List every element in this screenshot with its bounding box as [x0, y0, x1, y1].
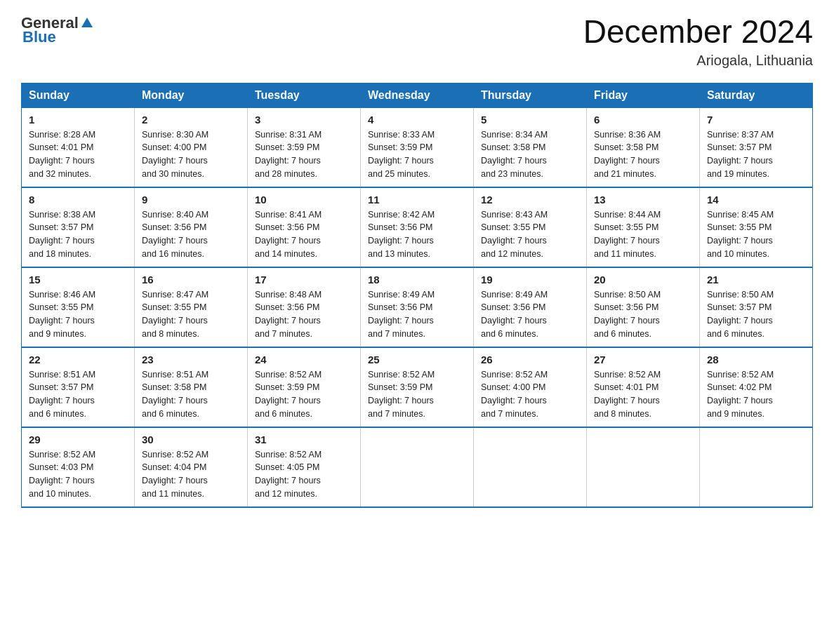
day-info: Sunrise: 8:51 AMSunset: 3:57 PMDaylight:… — [29, 370, 95, 419]
day-number: 25 — [368, 354, 466, 365]
day-info: Sunrise: 8:52 AMSunset: 3:59 PMDaylight:… — [368, 370, 435, 419]
calendar-cell-17: 17 Sunrise: 8:48 AMSunset: 3:56 PMDaylig… — [248, 267, 361, 347]
calendar-cell-empty — [474, 427, 587, 507]
calendar-cell-26: 26 Sunrise: 8:52 AMSunset: 4:00 PMDaylig… — [474, 347, 587, 427]
header-thursday: Thursday — [474, 83, 587, 107]
calendar-cell-1: 1 Sunrise: 8:28 AMSunset: 4:01 PMDayligh… — [22, 107, 135, 187]
day-number: 27 — [594, 354, 692, 365]
day-info: Sunrise: 8:31 AMSunset: 3:59 PMDaylight:… — [255, 130, 322, 179]
calendar-cell-19: 19 Sunrise: 8:49 AMSunset: 3:56 PMDaylig… — [474, 267, 587, 347]
day-info: Sunrise: 8:46 AMSunset: 3:55 PMDaylight:… — [29, 290, 95, 339]
calendar-cell-empty — [361, 427, 474, 507]
calendar-cell-13: 13 Sunrise: 8:44 AMSunset: 3:55 PMDaylig… — [587, 187, 700, 267]
calendar-week-row: 29 Sunrise: 8:52 AMSunset: 4:03 PMDaylig… — [22, 427, 813, 507]
calendar-cell-23: 23 Sunrise: 8:51 AMSunset: 3:58 PMDaylig… — [135, 347, 248, 427]
day-info: Sunrise: 8:52 AMSunset: 3:59 PMDaylight:… — [255, 370, 322, 419]
calendar-cell-29: 29 Sunrise: 8:52 AMSunset: 4:03 PMDaylig… — [22, 427, 135, 507]
day-info: Sunrise: 8:50 AMSunset: 3:56 PMDaylight:… — [594, 290, 661, 339]
day-number: 13 — [594, 194, 692, 206]
day-number: 31 — [255, 434, 353, 445]
calendar-cell-14: 14 Sunrise: 8:45 AMSunset: 3:55 PMDaylig… — [700, 187, 813, 267]
day-number: 14 — [707, 194, 805, 206]
page-header: General Blue December 2024 Ariogala, Lit… — [21, 14, 813, 69]
day-number: 7 — [707, 114, 805, 126]
day-info: Sunrise: 8:52 AMSunset: 4:03 PMDaylight:… — [29, 450, 95, 499]
calendar-cell-3: 3 Sunrise: 8:31 AMSunset: 3:59 PMDayligh… — [248, 107, 361, 187]
header-monday: Monday — [135, 83, 248, 107]
calendar-cell-empty — [587, 427, 700, 507]
month-title: December 2024 — [583, 14, 813, 50]
day-number: 11 — [368, 194, 466, 206]
day-number: 17 — [255, 274, 353, 286]
day-number: 18 — [368, 274, 466, 286]
day-number: 8 — [29, 194, 127, 206]
day-info: Sunrise: 8:52 AMSunset: 4:02 PMDaylight:… — [707, 370, 774, 419]
day-number: 30 — [142, 434, 240, 445]
calendar-week-row: 8 Sunrise: 8:38 AMSunset: 3:57 PMDayligh… — [22, 187, 813, 267]
day-number: 29 — [29, 434, 127, 445]
day-info: Sunrise: 8:33 AMSunset: 3:59 PMDaylight:… — [368, 130, 435, 179]
header-sunday: Sunday — [22, 83, 135, 107]
logo-blue-text: Blue — [22, 28, 56, 46]
day-info: Sunrise: 8:50 AMSunset: 3:57 PMDaylight:… — [707, 290, 774, 339]
day-number: 16 — [142, 274, 240, 286]
calendar-cell-15: 15 Sunrise: 8:46 AMSunset: 3:55 PMDaylig… — [22, 267, 135, 347]
header-friday: Friday — [587, 83, 700, 107]
day-info: Sunrise: 8:40 AMSunset: 3:56 PMDaylight:… — [142, 210, 208, 259]
title-block: December 2024 Ariogala, Lithuania — [583, 14, 813, 69]
weekday-header-row: SundayMondayTuesdayWednesdayThursdayFrid… — [22, 83, 813, 107]
day-number: 2 — [142, 114, 240, 126]
day-info: Sunrise: 8:48 AMSunset: 3:56 PMDaylight:… — [255, 290, 322, 339]
calendar-cell-8: 8 Sunrise: 8:38 AMSunset: 3:57 PMDayligh… — [22, 187, 135, 267]
calendar-cell-27: 27 Sunrise: 8:52 AMSunset: 4:01 PMDaylig… — [587, 347, 700, 427]
day-number: 9 — [142, 194, 240, 206]
day-number: 21 — [707, 274, 805, 286]
day-number: 23 — [142, 354, 240, 365]
day-info: Sunrise: 8:30 AMSunset: 4:00 PMDaylight:… — [142, 130, 208, 179]
calendar-cell-22: 22 Sunrise: 8:51 AMSunset: 3:57 PMDaylig… — [22, 347, 135, 427]
day-info: Sunrise: 8:47 AMSunset: 3:55 PMDaylight:… — [142, 290, 208, 339]
day-number: 4 — [368, 114, 466, 126]
day-info: Sunrise: 8:36 AMSunset: 3:58 PMDaylight:… — [594, 130, 661, 179]
header-tuesday: Tuesday — [248, 83, 361, 107]
calendar-week-row: 1 Sunrise: 8:28 AMSunset: 4:01 PMDayligh… — [22, 107, 813, 187]
day-number: 5 — [481, 114, 579, 126]
day-info: Sunrise: 8:44 AMSunset: 3:55 PMDaylight:… — [594, 210, 661, 259]
calendar-cell-empty — [700, 427, 813, 507]
calendar-cell-31: 31 Sunrise: 8:52 AMSunset: 4:05 PMDaylig… — [248, 427, 361, 507]
calendar-cell-5: 5 Sunrise: 8:34 AMSunset: 3:58 PMDayligh… — [474, 107, 587, 187]
day-number: 1 — [29, 114, 127, 126]
calendar-cell-2: 2 Sunrise: 8:30 AMSunset: 4:00 PMDayligh… — [135, 107, 248, 187]
day-info: Sunrise: 8:52 AMSunset: 4:01 PMDaylight:… — [594, 370, 661, 419]
calendar-cell-25: 25 Sunrise: 8:52 AMSunset: 3:59 PMDaylig… — [361, 347, 474, 427]
day-number: 26 — [481, 354, 579, 365]
day-number: 6 — [594, 114, 692, 126]
header-wednesday: Wednesday — [361, 83, 474, 107]
logo-icon — [80, 16, 94, 30]
day-info: Sunrise: 8:38 AMSunset: 3:57 PMDaylight:… — [29, 210, 95, 259]
day-info: Sunrise: 8:52 AMSunset: 4:04 PMDaylight:… — [142, 450, 208, 499]
day-info: Sunrise: 8:41 AMSunset: 3:56 PMDaylight:… — [255, 210, 322, 259]
calendar-table: SundayMondayTuesdayWednesdayThursdayFrid… — [21, 83, 813, 508]
calendar-cell-16: 16 Sunrise: 8:47 AMSunset: 3:55 PMDaylig… — [135, 267, 248, 347]
day-info: Sunrise: 8:43 AMSunset: 3:55 PMDaylight:… — [481, 210, 548, 259]
calendar-cell-9: 9 Sunrise: 8:40 AMSunset: 3:56 PMDayligh… — [135, 187, 248, 267]
calendar-week-row: 15 Sunrise: 8:46 AMSunset: 3:55 PMDaylig… — [22, 267, 813, 347]
day-number: 28 — [707, 354, 805, 365]
day-number: 3 — [255, 114, 353, 126]
calendar-cell-6: 6 Sunrise: 8:36 AMSunset: 3:58 PMDayligh… — [587, 107, 700, 187]
calendar-cell-20: 20 Sunrise: 8:50 AMSunset: 3:56 PMDaylig… — [587, 267, 700, 347]
calendar-cell-11: 11 Sunrise: 8:42 AMSunset: 3:56 PMDaylig… — [361, 187, 474, 267]
day-number: 10 — [255, 194, 353, 206]
calendar-cell-4: 4 Sunrise: 8:33 AMSunset: 3:59 PMDayligh… — [361, 107, 474, 187]
day-number: 24 — [255, 354, 353, 365]
day-info: Sunrise: 8:52 AMSunset: 4:00 PMDaylight:… — [481, 370, 548, 419]
day-info: Sunrise: 8:52 AMSunset: 4:05 PMDaylight:… — [255, 450, 322, 499]
day-info: Sunrise: 8:34 AMSunset: 3:58 PMDaylight:… — [481, 130, 548, 179]
calendar-cell-24: 24 Sunrise: 8:52 AMSunset: 3:59 PMDaylig… — [248, 347, 361, 427]
calendar-week-row: 22 Sunrise: 8:51 AMSunset: 3:57 PMDaylig… — [22, 347, 813, 427]
day-info: Sunrise: 8:45 AMSunset: 3:55 PMDaylight:… — [707, 210, 774, 259]
location-title: Ariogala, Lithuania — [583, 53, 813, 69]
day-info: Sunrise: 8:51 AMSunset: 3:58 PMDaylight:… — [142, 370, 208, 419]
day-number: 19 — [481, 274, 579, 286]
